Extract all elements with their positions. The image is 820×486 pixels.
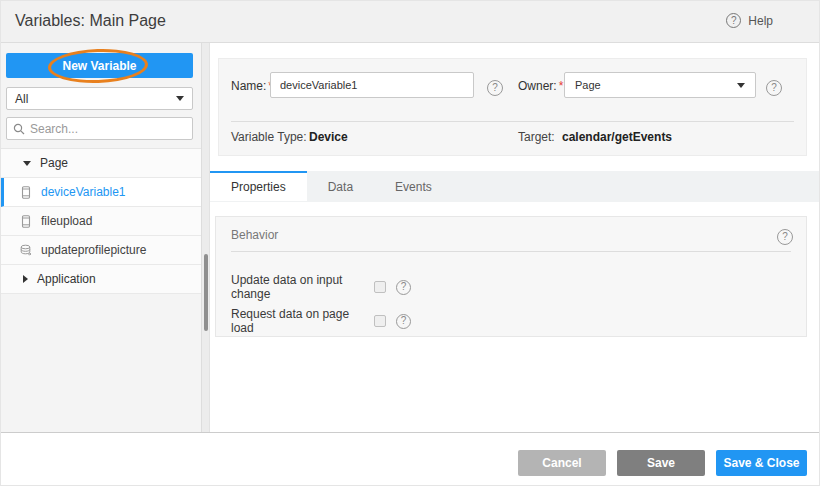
- service-variable-icon: [20, 244, 32, 257]
- behavior-section-title: Behavior: [231, 228, 278, 242]
- behavior-section: Behavior ? Update data on input change ?…: [215, 216, 807, 337]
- update-data-checkbox[interactable]: [374, 281, 386, 293]
- dialog-header: Variables: Main Page ? Help: [1, 1, 820, 43]
- tree-node-fileupload[interactable]: fileupload: [1, 207, 201, 236]
- device-variable-icon: [20, 186, 32, 199]
- tree-node-label: Application: [37, 272, 96, 286]
- request-data-on-page-load-row: Request data on page load ?: [231, 307, 411, 335]
- help-link[interactable]: ? Help: [726, 13, 773, 28]
- detail-tabbar: Properties Data Events: [210, 171, 820, 202]
- tree-node-page[interactable]: Page: [1, 149, 201, 178]
- checkbox-label: Update data on input change: [231, 273, 374, 301]
- new-variable-button[interactable]: New Variable: [6, 53, 193, 78]
- request-data-help-icon[interactable]: ?: [396, 314, 411, 329]
- caret-right-icon: [23, 275, 28, 283]
- sidebar-scrollbar-track[interactable]: [201, 43, 210, 432]
- behavior-help-icon[interactable]: ?: [777, 226, 793, 245]
- update-data-help-icon[interactable]: ?: [396, 280, 411, 295]
- target-value: calendar/getEvents: [562, 130, 672, 144]
- search-icon: [13, 123, 25, 135]
- filter-selected-value: All: [15, 92, 176, 106]
- tree-node-devicevariable1[interactable]: deviceVariable1: [1, 178, 201, 207]
- owner-label: Owner:*: [518, 79, 563, 93]
- help-label: Help: [748, 14, 773, 28]
- chevron-down-icon: [737, 83, 745, 88]
- variable-search: [6, 117, 193, 140]
- type-target-row: Variable Type: Device Target: calendar/g…: [219, 130, 806, 146]
- chevron-down-icon: [176, 96, 184, 101]
- cancel-button[interactable]: Cancel: [518, 450, 606, 476]
- name-owner-row: Name:* ? Owner:* Page ?: [219, 72, 806, 100]
- required-marker: *: [559, 79, 564, 93]
- panel-divider: [231, 121, 794, 122]
- tree-node-updateprofilepicture[interactable]: updateprofilepicture: [1, 236, 201, 265]
- save-and-close-button[interactable]: Save & Close: [716, 450, 807, 476]
- name-help-icon[interactable]: ?: [487, 77, 503, 96]
- variable-type-value: Device: [309, 130, 348, 144]
- dialog-footer: Cancel Save Save & Close: [1, 432, 820, 486]
- help-icon: ?: [726, 13, 741, 28]
- owner-select[interactable]: Page: [564, 72, 756, 98]
- tree-node-label: updateprofilepicture: [41, 243, 146, 257]
- variable-type-label: Variable Type:: [231, 130, 307, 144]
- name-label: Name:*: [231, 79, 273, 93]
- owner-help-icon[interactable]: ?: [766, 77, 782, 96]
- variable-name-input[interactable]: [270, 72, 474, 98]
- tree-node-label: deviceVariable1: [41, 185, 126, 199]
- tab-events[interactable]: Events: [374, 171, 453, 201]
- target-label: Target:: [518, 130, 555, 144]
- search-input[interactable]: [30, 122, 186, 136]
- owner-selected-value: Page: [575, 79, 737, 91]
- request-data-checkbox[interactable]: [374, 315, 386, 327]
- tree-node-application[interactable]: Application: [1, 265, 201, 294]
- device-variable-icon: [20, 215, 32, 228]
- caret-down-icon: [23, 161, 31, 166]
- tree-node-label: fileupload: [41, 214, 92, 228]
- save-button[interactable]: Save: [617, 450, 705, 476]
- tree-node-label: Page: [40, 156, 68, 170]
- sidebar-scrollbar-thumb[interactable]: [204, 254, 208, 331]
- section-divider: [231, 251, 791, 252]
- checkbox-label: Request data on page load: [231, 307, 374, 335]
- variable-filter-select[interactable]: All: [6, 87, 193, 110]
- tab-data[interactable]: Data: [307, 171, 374, 201]
- variable-summary-panel: Name:* ? Owner:* Page ? Variable Type: D…: [218, 58, 807, 156]
- variable-detail-panel: Name:* ? Owner:* Page ? Variable Type: D…: [210, 43, 820, 432]
- variables-tree: Page deviceVariable1: [1, 148, 201, 294]
- tab-properties[interactable]: Properties: [210, 171, 307, 201]
- variables-dialog: Variables: Main Page ? Help New Variable…: [0, 0, 820, 486]
- page-title: Variables: Main Page: [15, 12, 166, 30]
- update-data-on-input-change-row: Update data on input change ?: [231, 273, 411, 301]
- variables-sidebar: New Variable All Page: [1, 43, 201, 432]
